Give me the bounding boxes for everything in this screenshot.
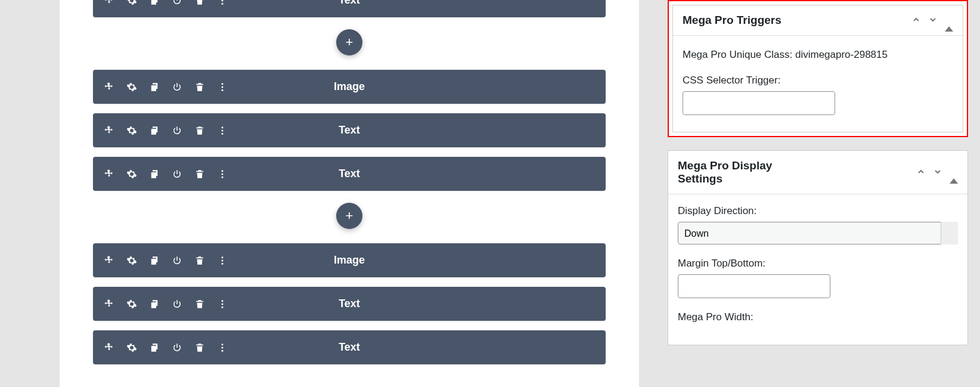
svg-point-6 xyxy=(222,126,224,128)
trash-icon[interactable] xyxy=(194,299,205,309)
panel-header[interactable]: Mega Pro Triggers xyxy=(673,5,963,36)
svg-point-16 xyxy=(222,303,224,305)
module-row[interactable]: Text xyxy=(93,287,606,321)
collapse-icon[interactable] xyxy=(945,15,953,26)
display-settings-panel: Mega Pro Display Settings Display Direct… xyxy=(668,150,968,345)
svg-point-3 xyxy=(222,83,224,85)
move-icon[interactable] xyxy=(104,0,114,6)
power-icon[interactable] xyxy=(172,169,182,179)
add-module-button[interactable]: + xyxy=(336,203,362,229)
svg-point-2 xyxy=(222,2,224,4)
panel-title: Mega Pro Display Settings xyxy=(678,159,797,185)
trash-icon[interactable] xyxy=(194,125,205,136)
panel-title: Mega Pro Triggers xyxy=(683,14,781,27)
svg-point-5 xyxy=(222,89,224,91)
move-icon[interactable] xyxy=(104,125,114,136)
duplicate-icon[interactable] xyxy=(149,125,160,136)
module-row[interactable]: Text xyxy=(93,113,606,147)
module-row[interactable]: Image xyxy=(93,70,606,104)
gear-icon[interactable] xyxy=(126,82,137,92)
trash-icon[interactable] xyxy=(194,0,205,6)
trash-icon[interactable] xyxy=(194,342,205,353)
css-selector-input[interactable] xyxy=(683,91,835,115)
margin-input[interactable] xyxy=(678,274,830,298)
trash-icon[interactable] xyxy=(194,255,205,266)
panel-header[interactable]: Mega Pro Display Settings xyxy=(668,151,967,194)
module-row[interactable]: Text xyxy=(93,157,606,191)
svg-point-13 xyxy=(222,259,224,261)
svg-point-8 xyxy=(222,132,224,134)
svg-point-18 xyxy=(222,343,224,345)
svg-point-4 xyxy=(222,86,224,88)
chevron-down-icon[interactable] xyxy=(933,167,942,178)
svg-point-11 xyxy=(222,176,224,178)
trash-icon[interactable] xyxy=(194,82,205,92)
module-row[interactable]: Text xyxy=(93,0,606,17)
add-module-button[interactable]: + xyxy=(336,29,362,55)
gear-icon[interactable] xyxy=(126,0,137,6)
power-icon[interactable] xyxy=(172,299,182,309)
trash-icon[interactable] xyxy=(194,169,205,179)
chevron-up-icon[interactable] xyxy=(916,167,926,178)
svg-point-15 xyxy=(222,300,224,302)
direction-select[interactable]: Down xyxy=(678,222,958,244)
svg-point-9 xyxy=(222,170,224,172)
move-icon[interactable] xyxy=(104,169,114,179)
svg-point-12 xyxy=(222,256,224,258)
kebab-icon[interactable] xyxy=(217,342,228,353)
css-selector-label: CSS Selector Trigger: xyxy=(683,75,953,86)
svg-point-19 xyxy=(222,346,224,348)
kebab-icon[interactable] xyxy=(217,169,228,179)
svg-point-14 xyxy=(222,262,224,264)
svg-point-17 xyxy=(222,306,224,308)
power-icon[interactable] xyxy=(172,255,182,266)
power-icon[interactable] xyxy=(172,125,182,136)
move-icon[interactable] xyxy=(104,255,114,266)
collapse-icon[interactable] xyxy=(950,167,958,178)
kebab-icon[interactable] xyxy=(217,82,228,92)
width-label: Mega Pro Width: xyxy=(678,311,958,323)
gear-icon[interactable] xyxy=(126,125,137,136)
gear-icon[interactable] xyxy=(126,169,137,179)
margin-label: Margin Top/Bottom: xyxy=(678,258,958,270)
move-icon[interactable] xyxy=(104,299,114,309)
kebab-icon[interactable] xyxy=(217,255,228,266)
chevron-down-icon[interactable] xyxy=(928,15,938,26)
duplicate-icon[interactable] xyxy=(149,255,160,266)
builder-modules: Text + Image xyxy=(60,0,639,364)
power-icon[interactable] xyxy=(172,82,182,92)
triggers-panel-highlight: Mega Pro Triggers Mega Pro Unique Class:… xyxy=(668,0,968,137)
module-row[interactable]: Image xyxy=(93,243,606,277)
gear-icon[interactable] xyxy=(126,342,137,353)
duplicate-icon[interactable] xyxy=(149,169,160,179)
unique-class-text: Mega Pro Unique Class: divimegapro-29881… xyxy=(683,47,953,63)
svg-point-10 xyxy=(222,173,224,175)
duplicate-icon[interactable] xyxy=(149,82,160,92)
triggers-panel: Mega Pro Triggers Mega Pro Unique Class:… xyxy=(672,5,963,132)
gear-icon[interactable] xyxy=(126,299,137,309)
move-icon[interactable] xyxy=(104,342,114,353)
direction-label: Display Direction: xyxy=(678,205,958,217)
svg-point-7 xyxy=(222,129,224,131)
kebab-icon[interactable] xyxy=(217,125,228,136)
kebab-icon[interactable] xyxy=(217,0,228,6)
move-icon[interactable] xyxy=(104,82,114,92)
duplicate-icon[interactable] xyxy=(149,0,160,6)
duplicate-icon[interactable] xyxy=(149,299,160,309)
chevron-up-icon[interactable] xyxy=(911,15,921,26)
svg-point-1 xyxy=(222,0,224,1)
svg-point-20 xyxy=(222,349,224,351)
duplicate-icon[interactable] xyxy=(149,342,160,353)
kebab-icon[interactable] xyxy=(217,299,228,309)
gear-icon[interactable] xyxy=(126,255,137,266)
power-icon[interactable] xyxy=(172,0,182,6)
power-icon[interactable] xyxy=(172,342,182,353)
module-row[interactable]: Text xyxy=(93,330,606,364)
